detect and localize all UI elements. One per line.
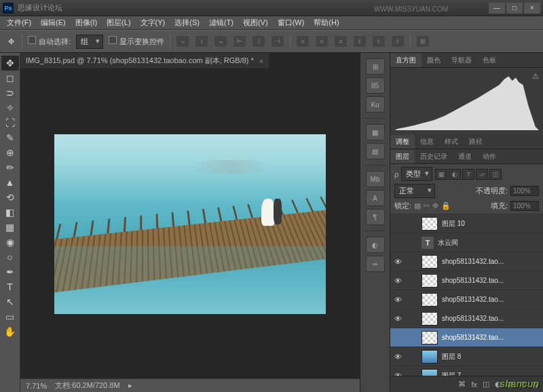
filter-kind-select[interactable]: 类型 bbox=[401, 167, 432, 181]
layer-row[interactable]: 👁图层 8 bbox=[390, 347, 543, 366]
menu-滤镜[interactable]: 滤镜(T) bbox=[205, 16, 238, 29]
tab-历史记录[interactable]: 历史记录 bbox=[415, 150, 453, 163]
lock-pos-icon[interactable]: ✥ bbox=[432, 201, 438, 210]
tab-色板[interactable]: 色板 bbox=[477, 54, 502, 67]
menu-选择[interactable]: 选择(S) bbox=[170, 16, 204, 29]
align-left-icon[interactable]: ⊢ bbox=[233, 35, 246, 47]
align-bottom-icon[interactable]: ⫠ bbox=[214, 35, 227, 47]
tab-路径[interactable]: 路径 bbox=[464, 135, 488, 149]
path-tool[interactable]: ↖ bbox=[1, 294, 19, 309]
zoom-level[interactable]: 7.71% bbox=[26, 382, 47, 390]
layer-row[interactable]: shop58131432.tao... bbox=[390, 328, 543, 347]
visibility-icon[interactable]: 👁 bbox=[393, 352, 402, 361]
document-tab[interactable]: IMG_8315.psd @ 7.71% (shop58131432.taoba… bbox=[20, 53, 269, 69]
tab-动作[interactable]: 动作 bbox=[477, 150, 502, 163]
marquee-tool[interactable]: ◻ bbox=[1, 71, 19, 85]
dist-bottom-icon[interactable]: ≡ bbox=[334, 35, 348, 47]
menu-图像[interactable]: 图像(I) bbox=[71, 16, 101, 29]
visibility-icon[interactable] bbox=[393, 333, 402, 342]
align-right-icon[interactable]: ⊣ bbox=[271, 35, 284, 47]
menu-图层[interactable]: 图层(L) bbox=[102, 16, 134, 29]
dock-icon-0[interactable]: ⊞ bbox=[366, 58, 385, 75]
tab-信息[interactable]: 信息 bbox=[415, 135, 439, 149]
fill-input[interactable] bbox=[510, 201, 539, 211]
dock-icon-5[interactable]: Mb bbox=[366, 171, 385, 187]
dist-vcenter-icon[interactable]: ≡ bbox=[315, 35, 329, 47]
doc-size[interactable]: 文档:60.2M/720.8M bbox=[55, 380, 119, 391]
layer-fx-icon[interactable]: fx bbox=[471, 380, 477, 389]
show-transform-checkbox[interactable]: 显示变换控件 bbox=[109, 36, 164, 47]
dock-icon-7[interactable]: ¶ bbox=[366, 209, 385, 225]
wand-tool[interactable]: ✧ bbox=[1, 100, 19, 115]
tab-图层[interactable]: 图层 bbox=[390, 150, 415, 163]
visibility-icon[interactable]: 👁 bbox=[393, 257, 402, 267]
type-tool[interactable]: T bbox=[1, 279, 19, 294]
align-hcenter-icon[interactable]: ⫱ bbox=[252, 35, 265, 47]
gradient-tool[interactable]: ▦ bbox=[1, 220, 19, 235]
dock-icon-1[interactable]: 85 bbox=[366, 77, 385, 94]
tab-导航器[interactable]: 导航器 bbox=[446, 54, 477, 67]
blend-mode-select[interactable]: 正常 bbox=[394, 184, 435, 198]
layer-row[interactable]: 👁shop58131432.tao... bbox=[390, 290, 543, 309]
dock-icon-3[interactable]: ▦ bbox=[366, 124, 385, 140]
lock-trans-icon[interactable]: ▦ bbox=[414, 201, 421, 210]
visibility-icon[interactable]: 👁 bbox=[393, 295, 402, 305]
dist-right-icon[interactable]: ⦀ bbox=[391, 35, 405, 47]
layer-row[interactable]: 👁shop58131432.tao... bbox=[390, 271, 543, 290]
align-top-icon[interactable]: ⫠ bbox=[176, 35, 189, 47]
warning-icon[interactable]: ⚠ bbox=[532, 72, 539, 81]
layer-row[interactable]: 👁shop58131432.tao... bbox=[390, 252, 543, 271]
tab-调整[interactable]: 调整 bbox=[390, 135, 415, 149]
auto-select-checkbox[interactable]: 自动选择: bbox=[28, 36, 71, 47]
dock-icon-4[interactable]: ▤ bbox=[366, 143, 385, 159]
auto-select-dropdown[interactable]: 组 bbox=[76, 35, 103, 49]
layer-row[interactable]: 👁shop58131432.tao... bbox=[390, 309, 543, 328]
close-tab-icon[interactable]: × bbox=[259, 57, 263, 65]
visibility-icon[interactable] bbox=[393, 219, 402, 229]
statusbar-arrow-icon[interactable]: ▸ bbox=[128, 381, 132, 390]
dodge-tool[interactable]: ○ bbox=[1, 250, 19, 264]
layer-mask-icon[interactable]: ◫ bbox=[483, 380, 489, 389]
lasso-tool[interactable]: ⊃ bbox=[1, 85, 19, 100]
dock-icon-9[interactable]: ═ bbox=[366, 256, 385, 272]
dist-top-icon[interactable]: ≡ bbox=[296, 35, 310, 47]
brush-tool[interactable]: ✏ bbox=[1, 160, 19, 175]
canvas-viewport[interactable] bbox=[20, 69, 360, 378]
lock-all-icon[interactable]: 🔒 bbox=[441, 201, 451, 210]
menu-视图[interactable]: 视图(V) bbox=[239, 16, 272, 29]
layer-list[interactable]: 图层 10T水云间👁shop58131432.tao...👁shop581314… bbox=[390, 214, 543, 376]
opacity-input[interactable] bbox=[510, 186, 539, 196]
filter-pixel-icon[interactable]: ▦ bbox=[435, 169, 447, 180]
hand-tool[interactable]: ✋ bbox=[1, 324, 19, 339]
minimize-button[interactable]: — bbox=[489, 3, 505, 14]
filter-type-icon[interactable]: T bbox=[462, 169, 474, 180]
visibility-icon[interactable]: 👁 bbox=[393, 314, 402, 324]
stamp-tool[interactable]: ▲ bbox=[1, 175, 19, 190]
eraser-tool[interactable]: ◧ bbox=[1, 205, 19, 220]
dock-icon-2[interactable]: Ku bbox=[366, 96, 385, 113]
link-layers-icon[interactable]: ⌘ bbox=[458, 380, 466, 389]
dist-left-icon[interactable]: ⦀ bbox=[353, 35, 367, 47]
menu-文字[interactable]: 文字(Y) bbox=[136, 16, 170, 29]
shape-tool[interactable]: ▭ bbox=[1, 309, 19, 324]
menu-窗口[interactable]: 窗口(W) bbox=[274, 16, 309, 29]
dock-icon-8[interactable]: ◐ bbox=[366, 237, 385, 253]
lock-paint-icon[interactable]: ✏ bbox=[424, 201, 430, 210]
menu-文件[interactable]: 文件(F) bbox=[3, 16, 35, 29]
filter-adjust-icon[interactable]: ◐ bbox=[449, 169, 461, 180]
menu-帮助[interactable]: 帮助(H) bbox=[310, 16, 343, 29]
filter-shape-icon[interactable]: ▱ bbox=[476, 169, 488, 180]
eyedropper-tool[interactable]: ✎ bbox=[1, 130, 19, 145]
visibility-icon[interactable]: 👁 bbox=[393, 371, 402, 376]
maximize-button[interactable]: □ bbox=[506, 3, 523, 14]
layer-row[interactable]: 👁图层 7 bbox=[390, 366, 543, 376]
menu-编辑[interactable]: 编辑(E) bbox=[37, 16, 70, 29]
auto-align-icon[interactable]: ⊞ bbox=[416, 35, 430, 47]
tab-颜色[interactable]: 颜色 bbox=[422, 54, 446, 67]
pen-tool[interactable]: ✒ bbox=[1, 264, 19, 279]
layer-row[interactable]: 图层 10 bbox=[390, 214, 543, 233]
filter-smart-icon[interactable]: ◫ bbox=[489, 169, 502, 180]
visibility-icon[interactable] bbox=[393, 238, 402, 248]
tab-直方图[interactable]: 直方图 bbox=[390, 54, 422, 67]
visibility-icon[interactable]: 👁 bbox=[393, 276, 402, 286]
